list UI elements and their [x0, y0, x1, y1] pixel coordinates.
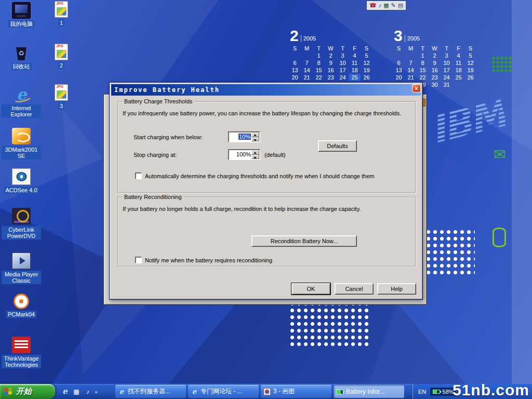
desktop-mini-toolbar[interactable]: ☎ ♪ ▦ ✎ ▤ — [367, 1, 406, 10]
start-charging-label: Start charging when below: — [134, 134, 203, 140]
stop-charging-value[interactable]: 100% — [230, 151, 251, 157]
calendar-day: 3 — [441, 52, 453, 59]
calendar-day: 2 — [325, 52, 337, 59]
desktop-icon-pcmark04[interactable]: PCMark04 — [1, 293, 42, 318]
task-paint[interactable]: 3 - 画图 — [261, 385, 331, 398]
battery-icon — [336, 390, 343, 394]
envelope-icon: ✉ — [494, 148, 506, 162]
calendar-day-header: W — [325, 45, 337, 52]
calendar-day: 13 — [289, 66, 301, 74]
group-title: Battery Charge Thresholds — [122, 98, 194, 104]
calendar-day: 8 — [417, 59, 429, 66]
improve-battery-health-dialog: Improve Battery Health × Battery Charge … — [109, 82, 423, 300]
calendar-day: 10 — [441, 59, 453, 66]
close-icon[interactable]: × — [412, 84, 421, 92]
calendar-day-header: S — [289, 45, 301, 52]
desktop-icon-label: ACDSee 4.0 — [4, 187, 38, 194]
quick-launch-bar: e ▦ ♪ » — [58, 384, 100, 399]
calendar-day-header: M — [301, 45, 313, 52]
calendar-day: 15 — [313, 66, 325, 74]
desktop-icon-internet-explorer[interactable]: Internet Explorer — [1, 86, 42, 118]
desktop-icon-label: 2 — [58, 62, 64, 69]
desktop-icon-jpg-1[interactable]: 1 — [48, 1, 75, 26]
display-icon[interactable]: ▦ — [383, 2, 389, 9]
paint-icon — [263, 388, 271, 395]
calendar-day: 7 — [301, 59, 313, 66]
spinner-up-icon[interactable] — [251, 132, 259, 137]
start-button[interactable]: 开始 — [0, 384, 55, 399]
phone-icon[interactable]: ☎ — [369, 2, 377, 9]
task-forum[interactable]: e 专门网论坛 - ... — [188, 385, 259, 398]
calendar-day: 22 — [417, 74, 429, 81]
desktop-icon-label: Media Player Classic — [2, 271, 41, 284]
auto-determine-checkbox[interactable] — [135, 172, 142, 179]
calendar-day: 21 — [301, 74, 313, 81]
recondition-battery-button[interactable]: Recondition Battery Now... — [251, 235, 357, 247]
calendar-day-header: W — [429, 45, 441, 52]
desktop-icon-label: 3DMark2001 SE — [2, 146, 41, 159]
calendar-day-header: S — [361, 45, 373, 52]
defaults-button[interactable]: Defaults — [318, 140, 357, 152]
calendar-march: 3 2005 SMTWTFS 1234567891011121314151617… — [393, 29, 482, 88]
group-title: Battery Reconditioning — [122, 194, 184, 200]
pen-icon[interactable]: ✎ — [391, 2, 396, 9]
task-battery-information[interactable]: Battery Infor... — [334, 385, 404, 398]
desktop-icon-label: CyberLink PowerDVD — [2, 226, 41, 240]
calendar-day — [289, 52, 301, 59]
stop-charging-spinner[interactable]: 100% — [228, 149, 260, 160]
calendar-title: 2 2005 — [290, 29, 378, 42]
list-icon[interactable]: ▤ — [398, 2, 403, 9]
ie-icon: e — [118, 388, 125, 395]
show-desktop-icon[interactable]: ▦ — [72, 387, 81, 397]
media-player-classic-icon — [12, 252, 31, 269]
desktop-icon-label: 回收站 — [11, 63, 32, 70]
cancel-button[interactable]: Cancel — [335, 283, 374, 295]
calendar-day: 9 — [325, 59, 337, 66]
jpg-file-icon — [55, 1, 68, 18]
spinner-down-icon[interactable] — [251, 137, 259, 142]
calendar-day — [405, 52, 417, 59]
desktop-icon-acdsee[interactable]: ACDSee 4.0 — [1, 168, 42, 194]
ie-icon: e — [191, 388, 198, 395]
language-indicator[interactable]: EN — [418, 389, 426, 395]
calendar-day: 14 — [405, 66, 417, 74]
desktop-icon-label: 3 — [58, 102, 64, 110]
speaker-icon[interactable]: ♪ — [379, 2, 382, 9]
calendar-day-header: F — [453, 45, 464, 52]
windows-flag-icon — [4, 388, 13, 395]
calendar-day: 21 — [405, 74, 417, 81]
desktop-icon-jpg-3[interactable]: 3 — [48, 84, 75, 110]
desktop-icon-my-computer[interactable]: 我的电脑 — [1, 2, 42, 28]
task-label: 3 - 画图 — [273, 387, 295, 396]
default-note: (default) — [264, 152, 285, 158]
desktop-icon-3dmark2001[interactable]: 3DMark2001 SE — [1, 128, 42, 159]
quicklaunch-overflow-chevron[interactable]: » — [95, 389, 98, 395]
spinner-up-icon[interactable] — [251, 150, 259, 155]
task-buttons: e 找不到服务器... e 专门网论坛 - ... 3 - 画图 Battery… — [115, 385, 404, 398]
calendar-day: 12 — [361, 59, 373, 66]
start-label: 开始 — [16, 387, 32, 396]
dialog-title-bar[interactable]: Improve Battery Health — [111, 84, 421, 96]
spinner-down-icon[interactable] — [251, 155, 259, 159]
desktop-icon-label: 1 — [58, 19, 64, 26]
calendar-day-header: T — [313, 45, 325, 52]
calendar-day: 13 — [393, 66, 405, 74]
desktop-icon-media-player-classic[interactable]: Media Player Classic — [1, 252, 42, 284]
desktop-icon-jpg-2[interactable]: 2 — [48, 44, 75, 69]
help-button[interactable]: Help — [377, 283, 416, 295]
notify-reconditioning-checkbox[interactable] — [135, 257, 142, 263]
calendar-day-header: M — [405, 45, 417, 52]
calendar-day: 20 — [393, 74, 405, 81]
calendar-day: 24 — [441, 74, 453, 81]
media-player-quicklaunch-icon[interactable]: ♪ — [83, 387, 92, 397]
task-server-not-found[interactable]: e 找不到服务器... — [115, 385, 186, 398]
calendar-day: 18 — [349, 66, 361, 74]
ie-quicklaunch-icon[interactable]: e — [60, 387, 70, 397]
calendar-day: 11 — [349, 59, 361, 66]
desktop-icon-recycle-bin[interactable]: 回收站 — [1, 45, 42, 70]
desktop-icon-thinkvantage[interactable]: ThinkVantage Technologies — [1, 337, 42, 368]
start-charging-value[interactable]: 10% — [238, 134, 251, 140]
ok-button[interactable]: OK — [291, 283, 330, 295]
start-charging-spinner[interactable]: 10% — [228, 131, 260, 142]
desktop-icon-powerdvd[interactable]: CyberLink PowerDVD — [1, 208, 42, 240]
